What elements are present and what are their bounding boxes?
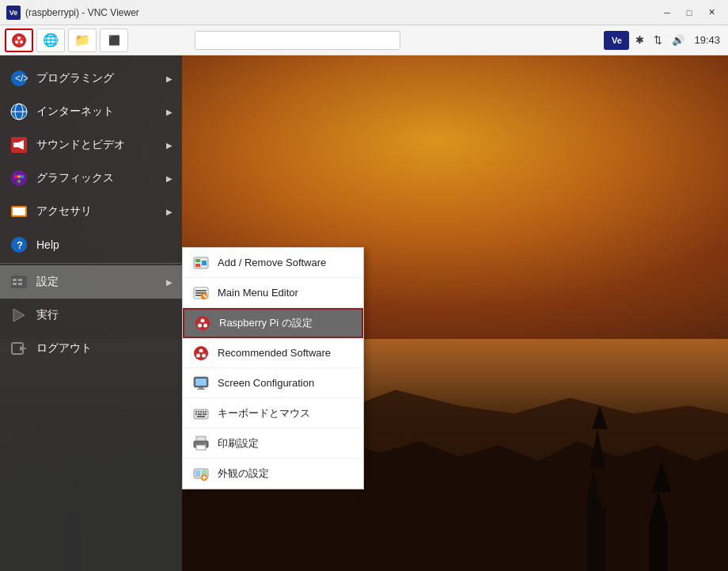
screen-config-icon [192,375,210,392]
svg-rect-66 [197,389,205,390]
svg-text:✎: ✎ [203,294,207,299]
folder-toolbar-button[interactable]: 📁 [68,29,97,52]
svg-point-60 [196,353,200,357]
toolbar: 🌐 📁 ⬛ Ve ✱ ⇅ 🔊 19:43 [0,25,728,55]
svg-rect-69 [198,411,199,413]
rpi-settings-label: Raspberry Pi の設定 [219,316,313,330]
submenu-rpi-settings[interactable]: Raspberry Pi の設定 [183,308,363,338]
terminal-icon: ⬛ [108,35,120,46]
submenu-keyboard-mouse[interactable]: キーボードとマウス [183,398,363,428]
logout-icon [9,339,28,358]
svg-rect-31 [13,207,25,215]
submenu-screen-config[interactable]: Screen Configuration [183,368,363,398]
clock: 19:43 [691,32,723,48]
submenu-print[interactable]: 印刷設定 [183,428,363,459]
menu-item-run[interactable]: 実行 [0,299,182,332]
menu-item-settings[interactable]: 設定 ▶ [0,265,182,299]
svg-rect-65 [199,387,203,389]
submenu-recommended[interactable]: Recommended Software [183,338,363,368]
svg-point-62 [200,352,203,354]
svg-rect-79 [196,445,206,450]
svg-rect-10 [587,508,606,571]
svg-rect-76 [197,416,205,417]
vnc-tray-icon[interactable]: Ve [604,31,629,50]
sound-arrow: ▶ [166,141,173,150]
system-tray: Ve ✱ ⇅ 🔊 19:43 [604,31,723,50]
internet-icon [9,102,28,121]
appearance-icon [192,465,210,482]
svg-point-56 [203,324,207,328]
svg-rect-35 [13,279,17,281]
svg-point-4 [20,40,23,44]
globe-toolbar-button[interactable]: 🌐 [36,29,65,52]
submenu-appearance[interactable]: 外観の設定 [183,459,363,489]
main-content: </> プログラミング ▶ インターネット ▶ サウンドとビデ [0,55,728,571]
accessories-arrow: ▶ [166,207,173,216]
svg-rect-34 [11,276,27,288]
programming-arrow: ▶ [166,74,173,83]
svg-rect-82 [195,470,200,477]
rpi-toolbar-button[interactable] [5,29,33,52]
run-icon [9,306,28,325]
menu-list: </> プログラミング ▶ インターネット ▶ サウンドとビデ [0,62,182,365]
submenu-main-menu[interactable]: ✎ Main Menu Editor [183,278,363,308]
svg-rect-68 [195,411,197,413]
svg-rect-45 [195,264,200,267]
svg-point-29 [17,175,21,178]
bluetooth-icon: ✱ [632,32,647,48]
settings-arrow: ▶ [166,278,173,287]
close-button[interactable]: ✕ [701,5,722,21]
volume-icon: 🔊 [669,32,688,48]
submenu: Add / Remove Software ✎ Main Menu Editor [182,247,364,489]
keyboard-mouse-icon [192,405,210,422]
menu-programming-label: プログラミング [36,71,166,86]
help-icon: ? [9,235,28,254]
svg-point-28 [17,180,21,183]
svg-rect-70 [200,411,202,413]
svg-rect-13 [649,523,668,571]
svg-rect-46 [202,261,207,265]
search-input[interactable] [195,31,400,50]
svg-point-55 [198,324,202,328]
recommended-icon [192,345,210,362]
menu-item-graphics[interactable]: グラフィックス ▶ [0,162,182,195]
menu-logout-label: ログアウト [36,341,173,356]
menu-help-label: Help [36,238,173,251]
svg-point-2 [17,36,21,40]
menu-internet-label: インターネット [36,105,166,119]
title-bar: Ve (raspberrypi) - VNC Viewer ─ □ ✕ [0,0,728,25]
menu-item-help[interactable]: ? Help [0,228,182,261]
svg-rect-38 [18,283,22,285]
graphics-arrow: ▶ [166,174,173,183]
menu-item-accessories[interactable]: アクセサリ ▶ [0,195,182,228]
internet-arrow: ▶ [166,108,173,116]
svg-rect-72 [205,411,207,413]
svg-rect-23 [13,143,18,147]
keyboard-mouse-label: キーボードとマウス [218,406,310,421]
menu-item-logout[interactable]: ログアウト [0,332,182,365]
main-menu-label: Main Menu Editor [218,287,298,299]
svg-rect-37 [13,283,17,285]
menu-run-label: 実行 [36,308,173,322]
menu-panel: </> プログラミング ▶ インターネット ▶ サウンドとビデ [0,55,182,571]
svg-point-61 [202,353,206,357]
menu-item-internet[interactable]: インターネット ▶ [0,95,182,128]
settings-icon [9,272,28,291]
svg-marker-39 [13,309,25,322]
menu-graphics-label: グラフィックス [36,171,166,185]
maximize-button[interactable]: □ [679,5,700,21]
terminal-toolbar-button[interactable]: ⬛ [100,29,128,52]
svg-point-3 [15,40,18,44]
submenu-add-remove[interactable]: Add / Remove Software [183,248,363,278]
svg-text:?: ? [17,239,23,251]
svg-point-26 [14,175,17,178]
main-menu-icon: ✎ [192,284,210,302]
svg-rect-44 [195,259,200,262]
svg-point-80 [204,442,207,444]
print-label: 印刷設定 [218,436,259,451]
svg-rect-74 [198,413,202,415]
folder-icon: 📁 [74,32,90,48]
menu-item-programming[interactable]: </> プログラミング ▶ [0,62,182,95]
minimize-button[interactable]: ─ [657,5,677,21]
menu-item-sound[interactable]: サウンドとビデオ ▶ [0,128,182,162]
